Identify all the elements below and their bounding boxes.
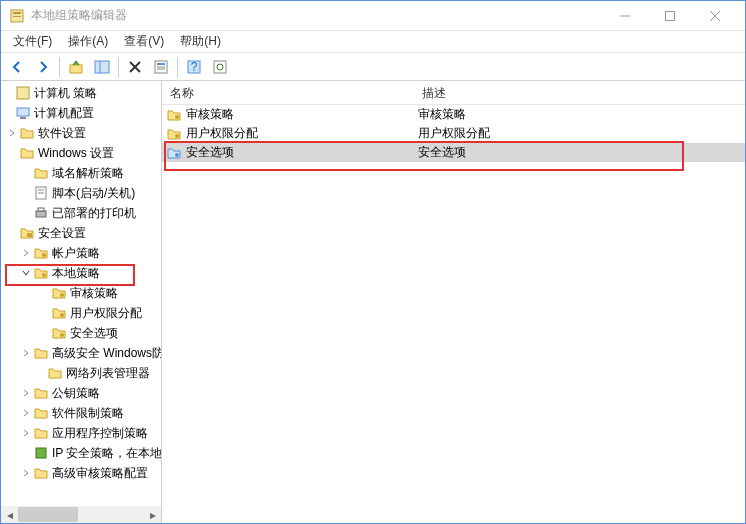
tree-netlist-mgr[interactable]: 网络列表管理器 xyxy=(1,363,161,383)
list-item-desc: 用户权限分配 xyxy=(418,125,745,142)
chevron-down-icon[interactable] xyxy=(19,266,33,280)
svg-point-32 xyxy=(60,313,64,317)
chevron-right-icon[interactable] xyxy=(19,246,33,260)
folder-icon xyxy=(33,385,49,401)
maximize-button[interactable] xyxy=(647,1,692,31)
chevron-right-icon[interactable] xyxy=(19,386,33,400)
tree-scripts[interactable]: 脚本(启动/关机) xyxy=(1,183,161,203)
show-hide-tree-button[interactable] xyxy=(90,55,114,79)
chevron-right-icon[interactable] xyxy=(19,346,33,360)
back-button[interactable] xyxy=(5,55,29,79)
tree-app-control[interactable]: 应用程序控制策略 xyxy=(1,423,161,443)
list-body: 审核策略 审核策略 用户权限分配 用户权限分配 安全选项 安全选项 xyxy=(162,105,745,523)
close-button[interactable] xyxy=(692,1,737,31)
svg-point-30 xyxy=(42,273,46,277)
forward-button[interactable] xyxy=(31,55,55,79)
help-button[interactable]: ? xyxy=(182,55,206,79)
tree-account-policies[interactable]: 帐户策略 xyxy=(1,243,161,263)
list-item-desc: 审核策略 xyxy=(418,106,745,123)
svg-rect-2 xyxy=(13,16,21,17)
list-item-security-options[interactable]: 安全选项 安全选项 xyxy=(162,143,745,162)
svg-rect-1 xyxy=(13,12,21,14)
tree-adv-audit[interactable]: 高级审核策略配置 xyxy=(1,463,161,483)
up-button[interactable] xyxy=(64,55,88,79)
tree-audit-policy[interactable]: 审核策略 xyxy=(1,283,161,303)
scroll-left-icon[interactable]: ◂ xyxy=(1,506,18,523)
chevron-right-icon[interactable] xyxy=(19,466,33,480)
scroll-right-icon[interactable]: ▸ xyxy=(144,506,161,523)
tree-root[interactable]: 计算机 策略 xyxy=(1,83,161,103)
column-name[interactable]: 名称 xyxy=(162,81,414,104)
chevron-right-icon[interactable] xyxy=(19,426,33,440)
tree-adv-firewall[interactable]: 高级安全 Windows防火墙 xyxy=(1,343,161,363)
svg-rect-26 xyxy=(36,211,46,217)
column-desc[interactable]: 描述 xyxy=(414,81,745,104)
tree-pane: 计算机 策略 计算机配置 软件设置 Windows 设置 域名解析策略 xyxy=(1,81,162,523)
folder-icon xyxy=(33,425,49,441)
printer-icon xyxy=(33,205,49,221)
expander-icon xyxy=(37,326,51,340)
folder-icon xyxy=(33,165,49,181)
app-icon xyxy=(9,8,25,24)
computer-icon xyxy=(15,105,31,121)
folder-lock-icon xyxy=(166,107,182,123)
svg-point-35 xyxy=(175,115,179,119)
scroll-thumb[interactable] xyxy=(18,507,78,522)
tree-horizontal-scrollbar[interactable]: ◂ ▸ xyxy=(1,506,161,523)
chevron-right-icon[interactable] xyxy=(19,406,33,420)
tree-label: 高级安全 Windows防火墙 xyxy=(52,345,162,362)
expander-icon xyxy=(37,286,51,300)
tree-user-rights[interactable]: 用户权限分配 xyxy=(1,303,161,323)
firewall-icon xyxy=(33,345,49,361)
folder-icon xyxy=(33,405,49,421)
svg-text:?: ? xyxy=(191,60,198,74)
tree-label: 计算机配置 xyxy=(34,105,94,122)
folder-lock-icon xyxy=(166,145,182,161)
refresh-button[interactable] xyxy=(208,55,232,79)
folder-lock-icon xyxy=(51,325,67,341)
tree-public-key[interactable]: 公钥策略 xyxy=(1,383,161,403)
list-item-audit-policy[interactable]: 审核策略 审核策略 xyxy=(162,105,745,124)
menu-help[interactable]: 帮助(H) xyxy=(172,31,229,52)
title-bar: 本地组策略编辑器 xyxy=(1,1,745,31)
toolbar-separator xyxy=(118,57,119,77)
list-item-name: 用户权限分配 xyxy=(186,125,418,142)
policy-icon xyxy=(15,85,31,101)
menu-action[interactable]: 操作(A) xyxy=(60,31,116,52)
tree-software-restrict[interactable]: 软件限制策略 xyxy=(1,403,161,423)
tree-local-policies[interactable]: 本地策略 xyxy=(1,263,161,283)
tree: 计算机 策略 计算机配置 软件设置 Windows 设置 域名解析策略 xyxy=(1,81,161,485)
svg-rect-20 xyxy=(17,87,29,99)
window-title: 本地组策略编辑器 xyxy=(31,7,602,24)
expander-icon xyxy=(19,166,33,180)
tree-label: 用户权限分配 xyxy=(70,305,142,322)
minimize-button[interactable] xyxy=(602,1,647,31)
list-header: 名称 描述 xyxy=(162,81,745,105)
tree-security-settings[interactable]: 安全设置 xyxy=(1,223,161,243)
menu-file[interactable]: 文件(F) xyxy=(5,31,60,52)
tree-windows-settings[interactable]: Windows 设置 xyxy=(1,143,161,163)
tree-computer-config[interactable]: 计算机配置 xyxy=(1,103,161,123)
properties-button[interactable] xyxy=(149,55,173,79)
tree-software-settings[interactable]: 软件设置 xyxy=(1,123,161,143)
tree-ip-security[interactable]: IP 安全策略，在本地计算机 xyxy=(1,443,161,463)
tree-printers[interactable]: 已部署的打印机 xyxy=(1,203,161,223)
svg-rect-21 xyxy=(17,108,29,116)
tree-dns-policy[interactable]: 域名解析策略 xyxy=(1,163,161,183)
delete-button[interactable] xyxy=(123,55,147,79)
svg-rect-7 xyxy=(70,65,82,73)
menu-view[interactable]: 查看(V) xyxy=(116,31,172,52)
expander-icon xyxy=(19,206,33,220)
tree-label: 高级审核策略配置 xyxy=(52,465,148,482)
chevron-right-icon[interactable] xyxy=(5,126,19,140)
svg-rect-18 xyxy=(214,61,226,73)
tree-label: 域名解析策略 xyxy=(52,165,124,182)
tree-label: 软件限制策略 xyxy=(52,405,124,422)
tree-security-options[interactable]: 安全选项 xyxy=(1,323,161,343)
list-pane: 名称 描述 审核策略 审核策略 用户权限分配 用户权限分配 安全选项 安全选项 xyxy=(162,81,745,523)
expander-icon xyxy=(19,446,33,460)
list-item-user-rights[interactable]: 用户权限分配 用户权限分配 xyxy=(162,124,745,143)
content-area: 计算机 策略 计算机配置 软件设置 Windows 设置 域名解析策略 xyxy=(1,81,745,523)
tree-label: 应用程序控制策略 xyxy=(52,425,148,442)
tree-label: 帐户策略 xyxy=(52,245,100,262)
